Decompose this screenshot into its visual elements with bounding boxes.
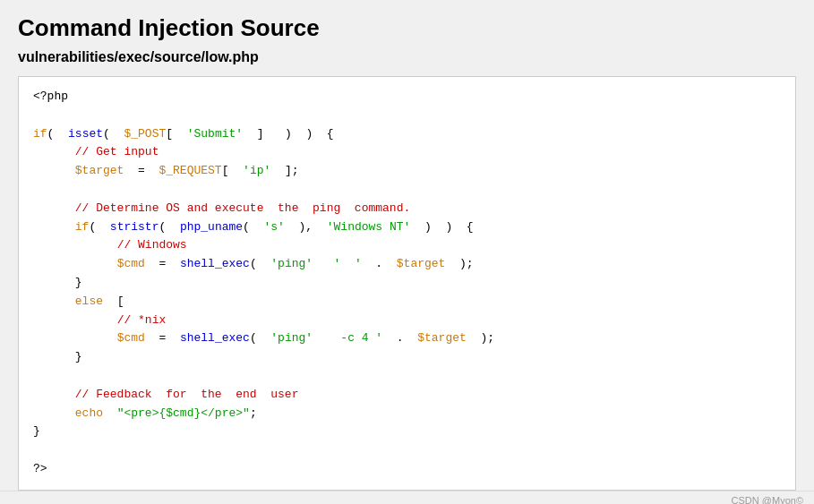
code-line-6: // Windows [33, 238, 187, 252]
code-line-2: // Get input [33, 145, 159, 158]
page-container: Command Injection Source vulnerabilities… [0, 0, 814, 491]
code-line-11: $cmd = shell_exec( 'ping' -c 4 ' . $targ… [33, 331, 494, 345]
php-open-tag: <?php [33, 90, 68, 103]
code-block: <?php if( isset( $_POST[ 'Submit' ] ) ) … [18, 76, 796, 491]
code-line-1: if( isset( $_POST[ 'Submit' ] ) ) { [33, 127, 334, 141]
code-line-4: // Determine OS and execute the ping com… [33, 201, 410, 215]
file-path: vulnerabilities/exec/source/low.php [18, 49, 796, 65]
code-line-14: echo "<pre>{$cmd}</pre>"; [33, 406, 257, 420]
code-line-12: } [33, 350, 82, 363]
footer-text: CSDN @Myon© [732, 495, 803, 504]
code-line-7: $cmd = shell_exec( 'ping' ' ' . $target … [33, 257, 474, 270]
code-line-3: $target = $_REQUEST[ 'ip' ]; [33, 164, 299, 177]
code-line-10: // *nix [33, 313, 166, 327]
php-close-tag: ?> [33, 462, 47, 475]
page-title: Command Injection Source [18, 14, 796, 42]
code-line-5: if( stristr( php_uname( 's' ), 'Windows … [33, 220, 474, 234]
footer: CSDN @Myon© [0, 491, 814, 504]
code-line-15: } [33, 424, 40, 438]
code-line-9: else [ [33, 295, 124, 308]
code-line-13: // Feedback for the end user [33, 388, 298, 401]
code-line-8: } [33, 276, 82, 289]
